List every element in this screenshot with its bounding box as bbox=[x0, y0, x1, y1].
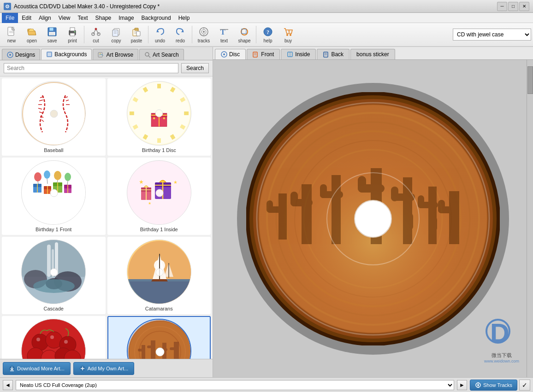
backgrounds-icon bbox=[46, 51, 53, 58]
toolbar-copy-button[interactable]: copy bbox=[107, 24, 126, 45]
svg-rect-217 bbox=[452, 217, 459, 231]
toolbar-print-button[interactable]: print bbox=[63, 24, 82, 45]
download-more-button[interactable]: Download More Art... bbox=[3, 362, 71, 375]
canvas-tab-front[interactable]: Front bbox=[247, 49, 280, 59]
statusbar: ◄ Neato US CD Full Coverage (2up) Neato … bbox=[0, 377, 533, 392]
canvas-tab-bonus-sticker[interactable]: bonus sticker bbox=[350, 49, 395, 59]
svg-line-68 bbox=[181, 99, 185, 101]
svg-point-64 bbox=[50, 110, 58, 117]
toolbar-separator-2 bbox=[148, 26, 148, 43]
toolbar-new-button[interactable]: new bbox=[2, 24, 21, 45]
svg-rect-210 bbox=[428, 187, 437, 244]
menu-image[interactable]: Image bbox=[115, 13, 137, 23]
nav-next-button[interactable]: ► bbox=[457, 380, 467, 390]
svg-rect-196 bbox=[290, 192, 298, 206]
menu-text[interactable]: Text bbox=[74, 13, 92, 23]
app-title: Acoustica CD/DVD Label Maker 3.40 - Unre… bbox=[14, 3, 160, 10]
svg-rect-48 bbox=[47, 53, 51, 56]
canvas-tab-disc[interactable]: Disc bbox=[215, 49, 246, 59]
svg-point-226 bbox=[477, 384, 479, 386]
thumbnails-area[interactable]: Baseball bbox=[0, 76, 213, 359]
toolbar-paste-label: paste bbox=[131, 38, 142, 43]
thumbnail-birthday1disc[interactable]: Birthday 1 Disc bbox=[107, 78, 211, 156]
svg-rect-30 bbox=[136, 31, 140, 36]
nav-prev-button[interactable]: ◄ bbox=[3, 380, 13, 390]
print-icon bbox=[67, 26, 78, 37]
watermark-url: www.weidown.com bbox=[484, 359, 519, 363]
tab-backgrounds[interactable]: Backgrounds bbox=[41, 49, 92, 60]
menu-align[interactable]: Align bbox=[35, 13, 55, 23]
layout-dropdown[interactable]: Neato US CD Full Coverage (2up) Neato US… bbox=[16, 380, 454, 390]
thumb-label-birthday1disc: Birthday 1 Disc bbox=[110, 147, 208, 153]
titlebar: Acoustica CD/DVD Label Maker 3.40 - Unre… bbox=[0, 0, 533, 13]
search-bar: Search bbox=[0, 60, 213, 76]
menu-edit[interactable]: Edit bbox=[18, 13, 35, 23]
svg-rect-212 bbox=[418, 195, 424, 208]
watermark: D 微当下载 www.weidown.com bbox=[484, 319, 519, 363]
svg-line-77 bbox=[144, 88, 147, 92]
redo-icon bbox=[175, 26, 186, 37]
checkmark-button[interactable]: ✓ bbox=[519, 380, 530, 391]
thumbnail-catamarans[interactable]: Catamarans bbox=[107, 237, 211, 314]
toolbar-buy-label: buy bbox=[284, 38, 292, 43]
scrollbar-thumb[interactable] bbox=[527, 66, 533, 94]
tab-designs[interactable]: Designs bbox=[2, 49, 40, 60]
svg-point-43 bbox=[290, 34, 291, 36]
menu-help[interactable]: Help bbox=[175, 13, 194, 23]
disc-tab-icon bbox=[221, 51, 227, 58]
menu-view[interactable]: View bbox=[55, 13, 74, 23]
toolbar-cut-button[interactable]: cut bbox=[86, 24, 106, 45]
svg-text:★: ★ bbox=[139, 179, 144, 185]
svg-rect-197 bbox=[304, 220, 312, 237]
toolbar-tracks-button[interactable]: tracks bbox=[194, 24, 213, 45]
left-panel-bottom: Download More Art... Add My Own Art... bbox=[0, 359, 213, 377]
svg-rect-15 bbox=[70, 33, 75, 36]
menu-shape[interactable]: Shape bbox=[92, 13, 115, 23]
canvas-scrollbar[interactable] bbox=[527, 60, 533, 377]
designs-icon bbox=[7, 52, 13, 58]
toolbar-text-button[interactable]: T text bbox=[214, 24, 234, 45]
menu-file[interactable]: File bbox=[2, 13, 18, 23]
menu-background[interactable]: Background bbox=[138, 13, 175, 23]
canvas-tab-inside[interactable]: Inside bbox=[281, 49, 316, 59]
svg-line-73 bbox=[144, 135, 147, 139]
add-my-own-button[interactable]: Add My Own Art... bbox=[73, 362, 135, 375]
toolbar-help-button[interactable]: ? help bbox=[258, 24, 278, 45]
tracks-icon bbox=[198, 26, 209, 37]
right-panel: Disc Front Inside bbox=[213, 47, 533, 377]
minimize-button[interactable]: ─ bbox=[497, 2, 507, 11]
svg-point-162 bbox=[156, 348, 164, 356]
svg-point-2 bbox=[7, 6, 8, 7]
toolbar-buy-button[interactable]: $ buy bbox=[278, 24, 298, 45]
svg-rect-206 bbox=[403, 177, 412, 244]
close-button[interactable]: ✕ bbox=[519, 2, 529, 11]
tab-art-search[interactable]: Art Search bbox=[139, 49, 184, 60]
search-button[interactable]: Search bbox=[181, 63, 209, 73]
inside-tab-icon bbox=[287, 51, 293, 58]
canvas-tab-front-label: Front bbox=[261, 51, 274, 58]
case-type-dropdown[interactable]: CD with jewel case CD no case DVD with c… bbox=[453, 29, 531, 41]
search-input[interactable] bbox=[4, 63, 178, 73]
toolbar-copy-label: copy bbox=[111, 38, 121, 43]
canvas-viewport[interactable]: D 微当下载 www.weidown.com bbox=[213, 60, 533, 377]
toolbar-shape-button[interactable]: shape bbox=[235, 24, 254, 45]
thumbnail-baseball[interactable]: Baseball bbox=[2, 78, 106, 156]
canvas-tab-back[interactable]: Back bbox=[317, 49, 349, 59]
toolbar-help-label: help bbox=[264, 38, 272, 43]
thumbnail-birthday1inside[interactable]: ★ ★ ★ Birthday 1 Inside bbox=[107, 158, 211, 235]
cut-icon bbox=[90, 26, 101, 37]
show-tracks-button[interactable]: Show Tracks bbox=[470, 380, 517, 391]
thumbnail-birthday1front[interactable]: Birthday 1 Front bbox=[2, 158, 106, 235]
svg-point-102 bbox=[54, 171, 61, 180]
toolbar-redo-button[interactable]: redo bbox=[171, 24, 190, 45]
maximize-button[interactable]: □ bbox=[508, 2, 518, 11]
thumbnail-cascade[interactable]: Cascade bbox=[2, 237, 106, 314]
toolbar-save-button[interactable]: save bbox=[42, 24, 62, 45]
toolbar-open-button[interactable]: open bbox=[22, 24, 41, 45]
toolbar-undo-button[interactable]: undo bbox=[150, 24, 170, 45]
tab-art-browse[interactable]: Art Browse bbox=[93, 49, 138, 60]
thumbnail-cherries[interactable] bbox=[2, 316, 106, 359]
thumbnail-woodcd[interactable] bbox=[107, 316, 211, 359]
menubar: File Edit Align View Text Shape Image Ba… bbox=[0, 13, 533, 23]
toolbar-paste-button[interactable]: paste bbox=[127, 24, 146, 45]
